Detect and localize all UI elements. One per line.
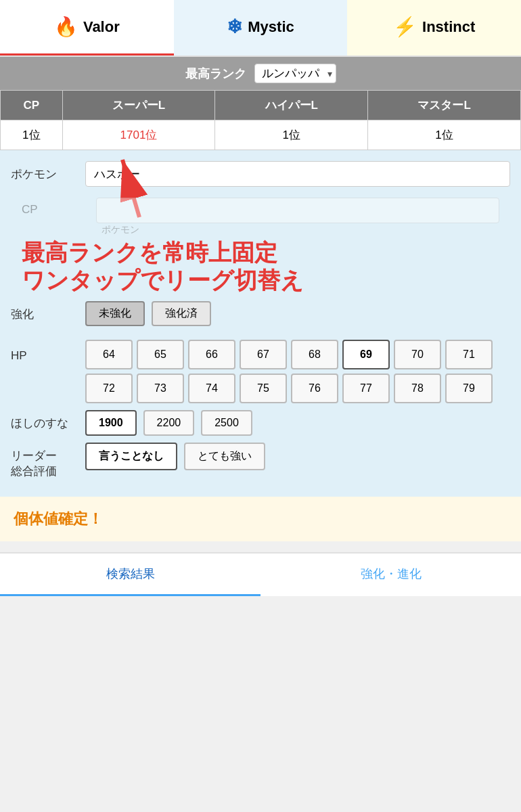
main-content: ポケモン CP ポケモン 最高ランクを <box>0 150 521 497</box>
eval-btn-言うことなし[interactable]: 言うことなし <box>85 443 177 470</box>
stardust-btn-2500[interactable]: 2500 <box>201 410 252 436</box>
tab-valor[interactable]: 🔥 Valor <box>0 0 174 55</box>
mystic-icon: ❄ <box>227 16 242 38</box>
kyoka-btn-unmkd[interactable]: 未強化 <box>85 301 145 326</box>
rank-dropdown-wrapper[interactable]: ルンパッパ <box>254 64 336 83</box>
cp-input[interactable] <box>96 198 499 223</box>
hp-btn-73[interactable]: 73 <box>137 374 184 403</box>
bottom-tabs: 検索結果 強化・進化 <box>0 552 521 596</box>
annotation-line1: 最高ランクを常時上固定 <box>22 239 499 267</box>
stardust-label: ほしのすな <box>11 410 78 431</box>
rank-cp: 1位 <box>1 120 63 150</box>
valor-icon: 🔥 <box>54 16 78 38</box>
hp-grid-container: 64656667686970717273747576777879 <box>85 340 510 403</box>
stardust-buttons: 190022002500 <box>85 410 510 436</box>
col-master: マスターL <box>368 91 521 120</box>
annotation-overlay: CP ポケモン 最高ランクを常時上固定 ワンタップでリーグ切替え <box>11 194 510 301</box>
hp-btn-78[interactable]: 78 <box>394 374 441 403</box>
eval-btn-とても強い[interactable]: とても強い <box>184 443 265 470</box>
kotaichi-title: 個体値確定！ <box>14 509 507 529</box>
eval-field-row: リーダー 総合評価 言うことなしとても強い <box>11 443 510 479</box>
kyoka-label: 強化 <box>11 301 78 322</box>
hp-grid: 64656667686970717273747576777879 <box>85 340 510 403</box>
col-cp: CP <box>1 91 63 120</box>
stardust-field-row: ほしのすな 190022002500 <box>11 410 510 436</box>
kyoka-btn-mkd[interactable]: 強化済 <box>152 301 211 326</box>
instinct-icon: ⚡ <box>393 16 417 38</box>
hp-btn-71[interactable]: 71 <box>445 340 493 369</box>
hp-btn-75[interactable]: 75 <box>240 374 287 403</box>
kyoka-buttons: 未強化 強化済 <box>85 301 510 326</box>
hp-btn-65[interactable]: 65 <box>137 340 184 369</box>
tab-instinct[interactable]: ⚡ Instinct <box>347 0 521 55</box>
rank-bar: 最高ランク ルンパッパ <box>0 57 521 90</box>
tab-valor-label: Valor <box>83 18 120 36</box>
kyoka-field-row: 強化 未強化 強化済 <box>11 301 510 333</box>
hp-btn-67[interactable]: 67 <box>240 340 287 369</box>
pokemon-field-value <box>85 161 510 187</box>
cp-label: CP <box>22 198 89 217</box>
hp-btn-77[interactable]: 77 <box>342 374 390 403</box>
col-super: スーパーL <box>62 91 215 120</box>
tab-instinct-label: Instinct <box>422 18 475 36</box>
hp-btn-74[interactable]: 74 <box>188 374 235 403</box>
hp-btn-66[interactable]: 66 <box>188 340 235 369</box>
hp-btn-64[interactable]: 64 <box>85 340 133 369</box>
hp-btn-76[interactable]: 76 <box>291 374 338 403</box>
hp-btn-69[interactable]: 69 <box>342 340 390 369</box>
tab-mystic[interactable]: ❄ Mystic <box>174 0 348 55</box>
cp-field-value: ポケモン <box>96 198 499 236</box>
tab-mystic-label: Mystic <box>248 18 294 36</box>
hp-btn-72[interactable]: 72 <box>85 374 133 403</box>
rank-bar-label: 最高ランク <box>185 66 246 82</box>
rank-table: CP スーパーL ハイパーL マスターL 1位 1701位 1位 1位 <box>0 90 521 150</box>
tab-search[interactable]: 検索結果 <box>0 554 260 596</box>
tab-enhance[interactable]: 強化・進化 <box>260 554 521 596</box>
rank-dropdown[interactable]: ルンパッパ <box>254 64 336 83</box>
hp-label: HP <box>11 340 78 363</box>
rank-master: 1位 <box>368 120 521 150</box>
kotaichi-section: 個体値確定！ <box>0 497 521 541</box>
eval-buttons: 言うことなしとても強い <box>85 443 510 470</box>
cp-field-row: CP ポケモン <box>22 198 499 236</box>
eval-buttons-container: 言うことなしとても強い <box>85 443 510 470</box>
kyoka-field-value: 未強化 強化済 <box>85 301 510 333</box>
annotation-line2: ワンタップでリーグ切替え <box>22 267 499 294</box>
eval-label: リーダー 総合評価 <box>11 443 78 479</box>
pokemon-suffix: ポケモン <box>101 224 139 235</box>
hp-btn-79[interactable]: 79 <box>445 374 493 403</box>
rank-super: 1701位 <box>62 120 215 150</box>
stardust-buttons-container: 190022002500 <box>85 410 510 436</box>
stardust-btn-2200[interactable]: 2200 <box>143 410 195 436</box>
hp-btn-68[interactable]: 68 <box>291 340 338 369</box>
col-hyper: ハイパーL <box>215 91 368 120</box>
stardust-btn-1900[interactable]: 1900 <box>85 410 137 436</box>
pokemon-input[interactable] <box>85 161 510 187</box>
hp-field-row: HP 64656667686970717273747576777879 <box>11 340 510 403</box>
pokemon-field-row: ポケモン <box>11 161 510 187</box>
team-tabs: 🔥 Valor ❄ Mystic ⚡ Instinct <box>0 0 521 57</box>
pokemon-label: ポケモン <box>11 161 78 182</box>
hp-btn-70[interactable]: 70 <box>394 340 441 369</box>
rank-hyper: 1位 <box>215 120 368 150</box>
